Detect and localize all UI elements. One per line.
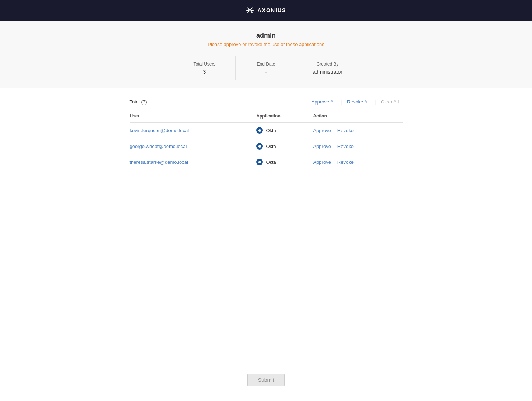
stats-row: Total Users 3 End Date - Created By admi… [174,56,358,80]
table-header: User Application Action [130,110,403,123]
bottom-section: Submit [0,181,532,401]
stat-total-users: Total Users 3 [174,56,236,80]
logo-text: AXONIUS [258,7,286,13]
created-by-label: Created By [316,61,338,67]
main-content: admin Please approve or revoke the use o… [0,21,532,401]
user-cell-0: kevin.ferguson@demo.local [130,123,257,138]
page-header: admin Please approve or revoke the use o… [0,21,532,88]
approve-all-button[interactable]: Approve All [308,99,340,105]
top-navbar: AXONIUS [0,0,532,21]
table-total-label: Total (3) [130,99,147,105]
table-row: kevin.ferguson@demo.local Okta Approve R… [130,123,403,138]
revoke-button-2[interactable]: Revoke [334,159,354,165]
okta-icon-1 [256,143,263,150]
app-cell-0: Okta [256,123,313,138]
col-application: Application [256,110,313,123]
action-cell-1: Approve Revoke [313,138,402,154]
axonius-logo-icon [246,6,254,14]
app-name-0: Okta [266,128,276,133]
table-row: theresa.starke@demo.local Okta Approve R… [130,154,403,170]
stat-created-by: Created By administrator [297,56,358,80]
table-header-row: Total (3) Approve All | Revoke All | Cle… [130,99,403,105]
approve-button-1[interactable]: Approve [313,144,334,149]
total-users-label: Total Users [193,61,215,67]
end-date-value: - [265,69,267,75]
app-cell-1: Okta [256,138,313,154]
svg-point-4 [249,10,251,11]
revoke-all-button[interactable]: Revoke All [343,99,373,105]
user-cell-2: theresa.starke@demo.local [130,154,257,170]
end-date-label: End Date [257,61,275,67]
separator-2: | [373,99,377,105]
revoke-button-0[interactable]: Revoke [334,128,354,133]
data-table: User Application Action kevin.ferguson@d… [130,110,403,170]
approve-button-0[interactable]: Approve [313,128,334,133]
action-cell-0: Approve Revoke [313,123,402,138]
okta-icon-2 [256,159,263,165]
clear-all-button[interactable]: Clear All [377,99,402,105]
separator-1: | [339,99,343,105]
table-actions: Approve All | Revoke All | Clear All [308,99,403,105]
created-by-value: administrator [313,69,343,75]
table-row: george.wheat@demo.local Okta Approve Rev… [130,138,403,154]
total-users-value: 3 [203,69,206,75]
page-subtitle: Please approve or revoke the use of thes… [208,42,324,47]
logo-container: AXONIUS [246,6,286,14]
user-cell-1: george.wheat@demo.local [130,138,257,154]
revoke-button-1[interactable]: Revoke [334,144,354,149]
stat-end-date: End Date - [236,56,297,80]
page-title: admin [256,32,276,39]
table-container: Total (3) Approve All | Revoke All | Cle… [122,88,410,181]
submit-button[interactable]: Submit [247,374,285,386]
app-cell-2: Okta [256,154,313,170]
col-action: Action [313,110,402,123]
okta-icon-0 [256,127,263,134]
approve-button-2[interactable]: Approve [313,159,334,165]
col-user: User [130,110,257,123]
app-name-2: Okta [266,159,276,165]
app-name-1: Okta [266,144,276,149]
action-cell-2: Approve Revoke [313,154,402,170]
